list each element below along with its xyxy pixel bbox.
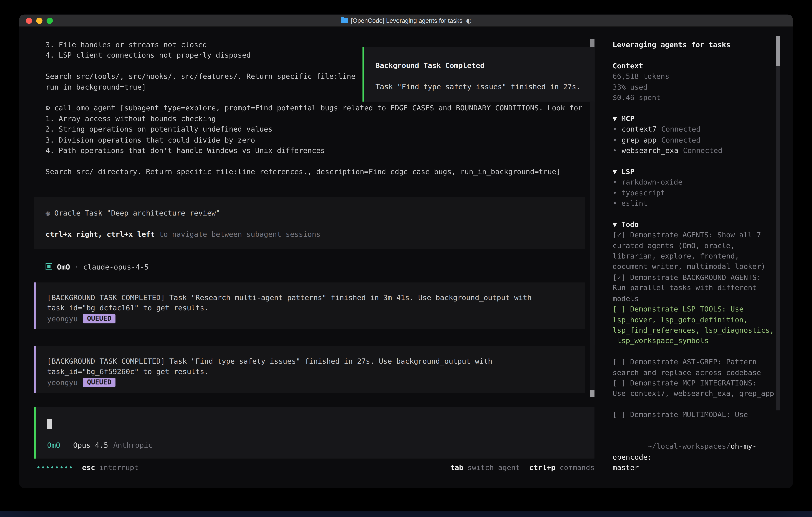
bullet-icon: •	[613, 136, 617, 144]
sidebar: Leveraging agents for tasks Context 66,5…	[613, 39, 779, 488]
mcp-name: grep_app	[621, 136, 657, 144]
window-title-wrap: [OpenCode] Leveraging agents for tasks ◐	[19, 15, 793, 27]
spinner-icon: ◐	[466, 16, 471, 26]
desktop-bottom-strip	[0, 511, 812, 517]
message-text: [BACKGROUND TASK COMPLETED] Task "Resear…	[47, 292, 585, 314]
lsp-item: • typescript	[613, 187, 779, 198]
message-author: yeongyu	[47, 315, 78, 323]
tab-key-label: switch agent	[467, 462, 520, 473]
commands-key-label: commands	[560, 462, 594, 473]
oracle-task-panel: ◉ Oracle Task "Deep architecture review"…	[34, 197, 585, 249]
queued-badge: QUEUED	[83, 378, 115, 387]
context-heading: Context	[613, 61, 779, 71]
text-cursor	[47, 419, 52, 429]
todo-item-done: [✓] Demonstrate BACKGROUND AGENTS: Run p…	[613, 272, 779, 304]
record-icon: ◉	[46, 209, 50, 217]
input-footer: OmOOpus 4.5Anthropic	[47, 440, 153, 451]
mcp-status: Connected	[661, 125, 700, 133]
message-card: [BACKGROUND TASK COMPLETED] Task "Find t…	[34, 346, 585, 393]
mcp-status: Connected	[683, 146, 723, 154]
mcp-name: websearch_exa	[621, 146, 678, 154]
todo-item-pending: [ ] Demonstrate MCP INTEGRATIONS: Use co…	[613, 378, 779, 399]
agent-name: OmO	[57, 263, 70, 271]
oracle-task-title-row: ◉ Oracle Task "Deep architecture review"	[46, 208, 585, 218]
agent-session-header: OmO · claude-opus-4-5	[46, 262, 149, 272]
zoom-button[interactable]	[47, 18, 53, 24]
window-title: [OpenCode] Leveraging agents for tasks	[351, 16, 462, 26]
todo-item-pending: [ ] Demonstrate MULTIMODAL: Use	[613, 409, 779, 420]
mcp-item: •websearch_exaConnected	[613, 145, 779, 156]
terminal-window: [OpenCode] Leveraging agents for tasks ◐…	[19, 15, 793, 488]
esc-key-label: interrupt	[99, 462, 139, 473]
workspace-path: ~/local-workspaces/oh-my-opencode: maste…	[613, 431, 779, 483]
folder-icon	[341, 18, 348, 23]
background-task-toast: Background Task Completed Task "Find typ…	[362, 47, 594, 102]
bullet-icon: •	[613, 125, 617, 133]
toast-body: Task "Find type safety issues" finished …	[375, 81, 594, 92]
lsp-item: • eslint	[613, 198, 779, 209]
traffic-lights	[26, 18, 53, 24]
esc-key-hint: esc	[82, 462, 95, 473]
queued-badge: QUEUED	[83, 314, 115, 323]
close-button[interactable]	[26, 18, 32, 24]
message-author: yeongyu	[47, 378, 78, 386]
hint-text: to navigate between subagent sessions	[155, 230, 320, 238]
mcp-item: •grep_appConnected	[613, 135, 779, 145]
input-provider-label: Anthropic	[113, 441, 153, 449]
progress-dots: ••••••••	[36, 462, 73, 473]
prompt-input[interactable]: OmOOpus 4.5Anthropic	[34, 407, 594, 459]
mcp-status: Connected	[661, 136, 700, 144]
statusbar-right: tab switch agent ctrl+p commands	[451, 462, 594, 473]
todo-item-active: [ ] Demonstrate LSP TOOLS: Use lsp_hover…	[613, 304, 779, 346]
tab-key-hint: tab	[451, 462, 464, 473]
input-model-label: Opus 4.5	[73, 441, 108, 449]
message-meta: yeongyuQUEUED	[47, 377, 585, 388]
agent-model: claude-opus-4-5	[83, 263, 149, 271]
message-card: [BACKGROUND TASK COMPLETED] Task "Resear…	[34, 282, 585, 329]
workspace-path-prefix: ~/local-workspaces/	[647, 442, 730, 451]
message-meta: yeongyuQUEUED	[47, 314, 585, 324]
mcp-item: •context7Connected	[613, 124, 779, 135]
oracle-task-title: Oracle Task "Deep architecture review"	[50, 209, 220, 217]
todo-item-pending: [ ] Demonstrate AST-GREP: Pattern search…	[613, 356, 779, 378]
todo-item-done: [✓] Demonstrate AGENTS: Show all 7 curat…	[613, 230, 779, 272]
sidebar-scrollbar-thumb[interactable]	[776, 36, 780, 66]
oracle-nav-hint: ctrl+x right, ctrl+x left to navigate be…	[46, 229, 585, 240]
commands-key-hint: ctrl+p	[529, 462, 555, 473]
input-agent-label: OmO	[47, 441, 60, 449]
todo-section-heading[interactable]: ▼ Todo	[613, 219, 779, 230]
mcp-section-heading[interactable]: ▼ MCP	[613, 113, 779, 124]
desktop: [OpenCode] Leveraging agents for tasks ◐…	[0, 0, 812, 517]
lsp-section-heading[interactable]: ▼ LSP	[613, 166, 779, 177]
status-bar: •••••••• esc interrupt tab switch agent …	[36, 462, 594, 473]
omo-agent-icon	[46, 263, 52, 270]
scrollbar-bottom-thumb[interactable]	[590, 390, 594, 397]
mcp-name: context7	[621, 125, 657, 133]
sidebar-scrollbar[interactable]	[776, 36, 780, 410]
lsp-item: • markdown-oxide	[613, 177, 779, 187]
context-stats: 66,518 tokens 33% used $0.46 spent	[613, 71, 779, 103]
toast-title: Background Task Completed	[375, 60, 594, 71]
hint-keys: ctrl+x right, ctrl+x left	[46, 230, 155, 238]
titlebar: [OpenCode] Leveraging agents for tasks ◐	[19, 15, 793, 27]
sidebar-title: Leveraging agents for tasks	[613, 39, 779, 50]
minimize-button[interactable]	[36, 18, 42, 24]
message-text: [BACKGROUND TASK COMPLETED] Task "Find t…	[47, 356, 585, 377]
separator-dot: ·	[75, 263, 79, 271]
bullet-icon: •	[613, 146, 617, 154]
